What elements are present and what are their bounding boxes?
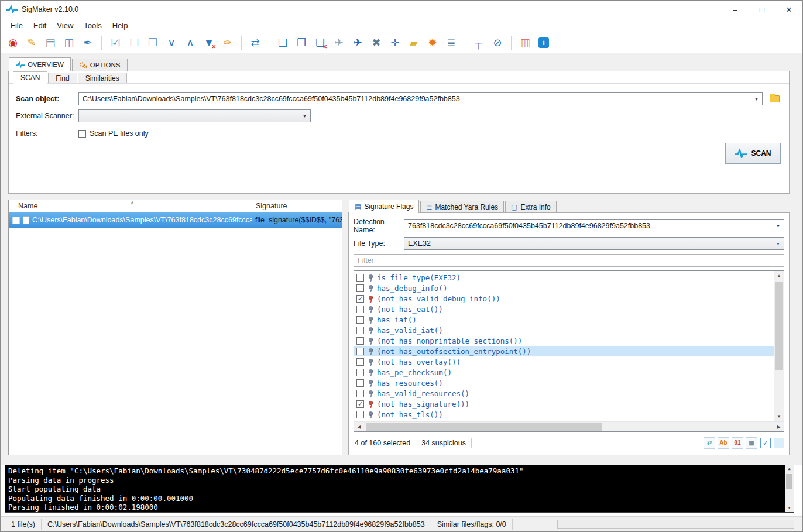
menu-edit[interactable]: Edit <box>28 19 52 32</box>
file-row-checkbox[interactable] <box>12 217 20 224</box>
vertical-scrollbar[interactable]: ▲ ▼ <box>774 271 784 421</box>
flag-checkbox[interactable] <box>356 316 364 324</box>
convert-arrows-button[interactable]: ⇄ <box>704 437 715 449</box>
select-flag-checked-checkbox[interactable]: ✓ <box>760 438 771 448</box>
flag-checkbox[interactable] <box>356 379 364 387</box>
flag-row[interactable]: has_valid_iat() <box>354 325 774 335</box>
select-flag-empty-checkbox[interactable] <box>774 438 784 448</box>
flag-checkbox[interactable] <box>356 348 364 355</box>
chevron-down-icon[interactable]: ▼ <box>773 221 783 231</box>
tab-extra-info[interactable]: ▢Extra Info <box>505 201 557 212</box>
log-scrollbar[interactable]: ▲ ▼ <box>785 465 794 512</box>
log-scrollbar-thumb[interactable] <box>786 474 792 489</box>
flag-row[interactable]: has_valid_resources() <box>354 388 774 399</box>
report-clipboard-button[interactable]: ▥ <box>516 35 534 51</box>
power-button[interactable]: ◉ <box>4 35 22 51</box>
scroll-up-icon[interactable]: ▲ <box>784 465 794 473</box>
flag-checkbox[interactable] <box>356 274 364 282</box>
list-view-button[interactable]: ≣ <box>442 35 460 51</box>
hex-view-button[interactable]: ▦ <box>746 437 757 449</box>
flag-row[interactable]: (not has_outofsection_entrypoint()) <box>354 346 774 356</box>
flag-row[interactable]: has_pe_checksum() <box>354 367 774 377</box>
chevron-down-icon[interactable]: ▼ <box>300 111 310 121</box>
column-header-signature[interactable]: Signature <box>252 200 342 212</box>
tab-similarities[interactable]: Similarities <box>78 73 127 83</box>
scroll-up-icon[interactable]: ▲ <box>774 271 784 281</box>
flag-checkbox[interactable] <box>356 306 364 313</box>
tab-signature-flags[interactable]: ▤Signature Flags <box>349 200 419 213</box>
duplicate-file-button[interactable]: ❐ <box>293 35 310 51</box>
scan-object-combobox[interactable]: C:\Users\Fabian\Downloads\Samples\VT\763… <box>78 92 763 105</box>
copy-file-button[interactable]: ❏ <box>274 35 291 51</box>
scan-button[interactable]: SCAN <box>725 143 781 164</box>
scroll-down-icon[interactable]: ▼ <box>784 504 794 512</box>
flag-checkbox[interactable] <box>356 411 364 418</box>
refresh-button[interactable]: ⇄ <box>246 35 264 51</box>
flag-row[interactable]: (not has_nonprintable_sections()) <box>354 335 774 346</box>
scroll-right-icon[interactable]: ▶ <box>774 422 784 432</box>
chevron-down-icon[interactable]: ▼ <box>751 94 761 104</box>
flag-checkbox[interactable]: ✓ <box>356 295 364 303</box>
database-scan-button[interactable]: ◫ <box>60 35 78 51</box>
text-case-button[interactable]: Ab <box>718 437 729 449</box>
maximize-button[interactable]: □ <box>749 1 775 18</box>
flag-checkbox[interactable] <box>356 284 364 292</box>
horizontal-scrollbar-thumb[interactable] <box>366 423 602 431</box>
edit-signature-button[interactable]: ✒ <box>79 35 97 51</box>
column-header-name[interactable]: Name ∧ <box>9 200 252 212</box>
menu-tools[interactable]: Tools <box>78 19 107 32</box>
gold-chisel-button[interactable]: ▰ <box>405 35 423 51</box>
edit-pencil-button[interactable]: ✎ <box>23 35 40 51</box>
paste-clipboard-button[interactable]: ▤ <box>42 35 59 51</box>
tools-cross-button[interactable]: ✖ <box>368 35 385 51</box>
filter-input[interactable] <box>354 254 784 267</box>
menu-file[interactable]: File <box>5 19 28 32</box>
tab-matched-yara-rules[interactable]: ≣Matched Yara Rules <box>420 201 504 212</box>
file-type-combobox[interactable]: EXE32 ▼ <box>404 237 784 250</box>
tab-overview[interactable]: OVERVIEW <box>9 57 71 71</box>
flag-row[interactable]: is_file_type(EXE32) <box>354 272 774 283</box>
gear-sun-button[interactable]: ✹ <box>424 35 441 51</box>
unlink-button[interactable]: ⊘ <box>489 35 506 51</box>
detection-name-combobox[interactable]: 763f818cdc3c28cc69fccca69f50f0435b45b711… <box>404 219 784 232</box>
tab-options[interactable]: OPTIONS <box>72 59 128 71</box>
tab-scan[interactable]: SCAN <box>13 71 47 84</box>
export-blue-button[interactable]: ✈ <box>349 35 366 51</box>
collapse-up-button[interactable]: ∧ <box>181 35 199 51</box>
flag-row[interactable]: (not has_tls()) <box>354 409 774 420</box>
flag-checkbox[interactable] <box>356 369 364 376</box>
flag-checkbox[interactable]: ✓ <box>356 400 364 408</box>
flag-checkbox[interactable] <box>356 358 364 366</box>
check-all-button[interactable]: ☑ <box>107 35 124 51</box>
flag-row[interactable]: ✓(not has_signature()) <box>354 399 774 409</box>
menu-view[interactable]: View <box>52 19 78 32</box>
flag-row[interactable]: (not has_eat()) <box>354 304 774 314</box>
scroll-down-icon[interactable]: ▼ <box>774 411 784 421</box>
flag-row[interactable]: has_debug_info() <box>354 283 774 293</box>
flag-checkbox[interactable] <box>356 337 364 345</box>
browse-folder-button[interactable] <box>767 92 782 105</box>
flag-row[interactable]: has_resources() <box>354 377 774 388</box>
vertical-scrollbar-thumb[interactable] <box>775 282 783 370</box>
close-button[interactable]: ✕ <box>775 1 802 18</box>
scan-pe-only-checkbox[interactable] <box>78 130 86 138</box>
clear-filter-button[interactable]: ▼✕ <box>200 35 218 51</box>
external-scanner-combobox[interactable]: ▼ <box>78 109 311 122</box>
inject-button[interactable]: ┬ <box>470 35 488 51</box>
info-button[interactable]: i <box>535 35 553 51</box>
copy-selection-button[interactable]: ❐ <box>144 35 162 51</box>
scroll-left-icon[interactable]: ◀ <box>354 422 364 432</box>
uncheck-all-button[interactable]: ☐ <box>125 35 143 51</box>
move-cross-button[interactable]: ✛ <box>386 35 404 51</box>
flag-row[interactable]: (not has_overlay()) <box>354 356 774 367</box>
minimize-button[interactable]: – <box>722 1 749 18</box>
menu-help[interactable]: Help <box>107 19 133 32</box>
horizontal-scrollbar[interactable]: ◀ ▶ <box>354 421 784 431</box>
chevron-down-icon[interactable]: ▼ <box>773 238 783 249</box>
file-table-row[interactable]: C:\Users\Fabian\Downloads\Samples\VT\763… <box>9 212 342 228</box>
clean-brush-button[interactable]: ✑ <box>219 35 236 51</box>
export-plain-button[interactable]: ✈ <box>330 35 348 51</box>
binary-view-button[interactable]: 01 <box>732 437 743 449</box>
expand-down-button[interactable]: ∨ <box>163 35 180 51</box>
flag-checkbox[interactable] <box>356 390 364 397</box>
